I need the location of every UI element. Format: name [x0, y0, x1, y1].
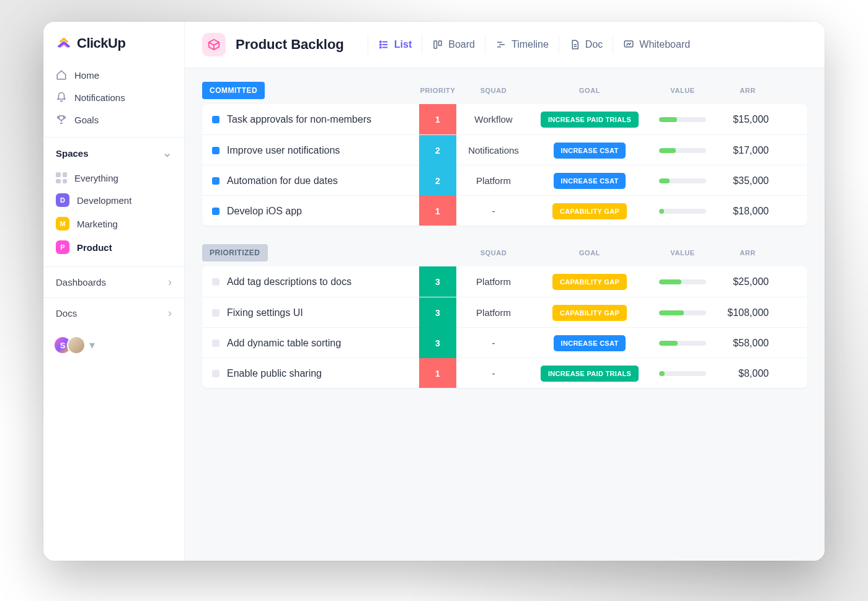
squad-cell[interactable]: -	[456, 368, 531, 379]
status-bullet-icon[interactable]	[212, 208, 219, 215]
nav-label: Notifications	[74, 92, 125, 103]
arr-cell: $58,000	[717, 338, 779, 349]
squad-cell[interactable]: -	[456, 206, 531, 216]
space-product[interactable]: P Product	[48, 235, 179, 259]
spaces-header[interactable]: Spaces ⌄	[43, 137, 184, 166]
view-label: Board	[448, 39, 475, 50]
avatar	[67, 336, 86, 354]
task-row[interactable]: Add tag descriptions to docs3PlatformCAP…	[202, 266, 807, 297]
spaces-title: Spaces	[56, 148, 89, 159]
col-arr: ARR	[717, 87, 779, 94]
whiteboard-icon	[623, 39, 634, 50]
col-squad: SQUAD	[456, 249, 531, 257]
footer-label: Dashboards	[56, 277, 106, 287]
task-row[interactable]: Develop iOS app1-CAPABILITY GAP$18,000	[202, 195, 807, 226]
status-bullet-icon[interactable]	[212, 147, 219, 154]
trophy-icon	[56, 114, 67, 125]
priority-cell[interactable]: 3	[419, 266, 456, 297]
home-icon	[56, 69, 67, 81]
value-cell[interactable]	[649, 178, 717, 183]
value-cell[interactable]	[649, 209, 717, 214]
brand-logo[interactable]: ClickUp	[43, 35, 184, 60]
value-cell[interactable]	[649, 279, 717, 284]
view-list[interactable]: List	[368, 35, 422, 54]
task-row[interactable]: Automation for due dates2PlatformINCREAS…	[202, 165, 807, 195]
status-bullet-icon[interactable]	[212, 116, 219, 123]
task-row[interactable]: Add dynamic table sorting3-INCREASE CSAT…	[202, 327, 807, 358]
priority-cell[interactable]: 3	[419, 328, 456, 358]
page-title: Product Backlog	[236, 37, 344, 53]
nav-home[interactable]: Home	[48, 64, 179, 86]
goal-cell[interactable]: INCREASE PAID TRIALS	[531, 112, 649, 128]
view-label: Doc	[585, 39, 603, 50]
view-board[interactable]: Board	[422, 35, 485, 54]
task-name-cell: Enable public sharing	[202, 368, 419, 379]
value-cell[interactable]	[649, 310, 717, 315]
svg-point-4	[379, 46, 381, 48]
nav-goals[interactable]: Goals	[48, 108, 179, 131]
topbar: Product Backlog List Board Timeline	[185, 22, 825, 68]
task-row[interactable]: Fixing settings UI3PlatformCAPABILITY GA…	[202, 297, 807, 327]
priority-cell[interactable]: 1	[419, 104, 456, 134]
goal-pill: INCREASE PAID TRIALS	[541, 112, 639, 128]
priority-cell[interactable]: 3	[419, 297, 456, 328]
space-label: Product	[77, 242, 112, 253]
task-row[interactable]: Task approvals for non-members1WorkflowI…	[202, 104, 807, 134]
chevron-right-icon: ›	[168, 276, 172, 289]
squad-cell[interactable]: Workflow	[456, 114, 531, 125]
goal-pill: INCREASE CSAT	[554, 173, 626, 189]
progress-bar	[659, 341, 706, 346]
space-marketing[interactable]: M Marketing	[48, 212, 179, 235]
primary-nav: Home Notifications Goals	[43, 60, 184, 137]
priority-cell[interactable]: 2	[419, 165, 456, 196]
space-development[interactable]: D Development	[48, 188, 179, 212]
value-cell[interactable]	[649, 371, 717, 376]
list-icon	[378, 39, 389, 50]
group-status-badge[interactable]: COMMITTED	[202, 82, 265, 99]
goal-pill: INCREASE CSAT	[554, 335, 626, 351]
status-bullet-icon[interactable]	[212, 309, 219, 317]
value-cell[interactable]	[649, 148, 717, 153]
status-bullet-icon[interactable]	[212, 278, 219, 286]
status-bullet-icon[interactable]	[212, 177, 219, 185]
value-cell[interactable]	[649, 341, 717, 346]
user-avatars[interactable]: S ▾	[43, 328, 184, 362]
progress-bar	[659, 178, 706, 183]
priority-cell[interactable]: 2	[419, 135, 456, 165]
task-row[interactable]: Enable public sharing1-INCREASE PAID TRI…	[202, 358, 807, 388]
goal-cell[interactable]: CAPABILITY GAP	[531, 274, 649, 290]
squad-cell[interactable]: Platform	[456, 276, 531, 287]
value-cell[interactable]	[649, 117, 717, 122]
nav-docs[interactable]: Docs ›	[43, 297, 184, 328]
task-row[interactable]: Improve user notifications2Notifications…	[202, 134, 807, 165]
squad-cell[interactable]: Platform	[456, 175, 531, 186]
goal-pill: CAPABILITY GAP	[552, 203, 627, 219]
view-doc[interactable]: Doc	[559, 35, 613, 54]
priority-cell[interactable]: 1	[419, 196, 456, 226]
goal-cell[interactable]: CAPABILITY GAP	[531, 305, 649, 321]
task-name-cell: Improve user notifications	[202, 145, 419, 156]
grid-icon	[56, 172, 67, 183]
space-badge: D	[56, 193, 69, 207]
squad-cell[interactable]: Notifications	[456, 145, 531, 156]
goal-cell[interactable]: INCREASE CSAT	[531, 335, 649, 351]
goal-cell[interactable]: INCREASE PAID TRIALS	[531, 366, 649, 382]
squad-cell[interactable]: -	[456, 338, 531, 348]
goal-cell[interactable]: CAPABILITY GAP	[531, 203, 649, 219]
view-timeline[interactable]: Timeline	[485, 35, 559, 54]
status-bullet-icon[interactable]	[212, 340, 219, 347]
nav-notifications[interactable]: Notifications	[48, 86, 179, 108]
squad-cell[interactable]: Platform	[456, 307, 531, 318]
goal-cell[interactable]: INCREASE CSAT	[531, 173, 649, 189]
status-bullet-icon[interactable]	[212, 370, 219, 377]
group-status-badge[interactable]: PRIORITIZED	[202, 244, 268, 261]
space-everything[interactable]: Everything	[48, 167, 179, 188]
nav-dashboards[interactable]: Dashboards ›	[43, 266, 184, 297]
priority-cell[interactable]: 1	[419, 358, 456, 388]
svg-rect-7	[439, 41, 442, 46]
main-panel: Product Backlog List Board Timeline	[185, 22, 825, 561]
task-name: Add tag descriptions to docs	[227, 276, 352, 287]
goal-cell[interactable]: INCREASE CSAT	[531, 143, 649, 159]
view-whiteboard[interactable]: Whiteboard	[613, 35, 700, 54]
brand-name: ClickUp	[77, 35, 125, 51]
